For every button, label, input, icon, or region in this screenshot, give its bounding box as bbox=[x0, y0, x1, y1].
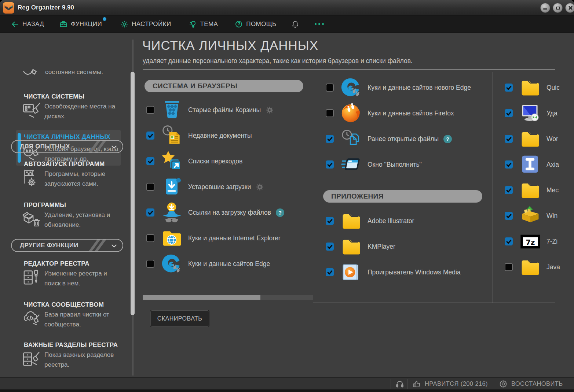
checkbox[interactable] bbox=[146, 106, 154, 114]
scan-button[interactable]: СКАНИРОВАТЬ bbox=[150, 310, 209, 327]
checkbox[interactable] bbox=[146, 132, 154, 140]
item-windows-media-player[interactable]: Проигрыватель Windows Media bbox=[326, 259, 461, 285]
restore-button[interactable]: ВОССТАНОВИТЬ bbox=[499, 378, 563, 390]
checkbox[interactable] bbox=[146, 234, 154, 242]
app-window: Reg Organizer 9.90 НАЗАД ФУНКЦИИ НАСТРОЙ… bbox=[0, 0, 574, 392]
item-settings-gear-icon[interactable] bbox=[266, 106, 274, 114]
item-jump-lists[interactable]: Списки переходов bbox=[146, 148, 284, 174]
ellipsis-icon bbox=[315, 23, 324, 25]
item-kmplayer[interactable]: KMPlayer bbox=[326, 234, 461, 259]
like-label: НРАВИТСЯ (200 216) bbox=[425, 380, 488, 387]
item-old-downloads[interactable]: Устаревшие загрузки bbox=[146, 174, 284, 200]
nav-help-label: ПОМОЩЬ bbox=[246, 21, 276, 28]
checkbox[interactable] bbox=[505, 186, 513, 194]
item-word[interactable]: Wor bbox=[505, 126, 574, 152]
checkbox[interactable] bbox=[326, 243, 334, 251]
maximize-icon bbox=[556, 7, 560, 10]
sidebar-item-autorun[interactable]: АВТОЗАПУСК ПРОГРАММ Программы, которые з… bbox=[24, 160, 127, 189]
help-circle-icon[interactable] bbox=[276, 208, 284, 217]
item-quicktime[interactable]: Quic bbox=[505, 75, 574, 100]
item-remote-desktop[interactable]: Уда bbox=[505, 100, 574, 126]
checkbox[interactable] bbox=[326, 160, 334, 169]
more-menu-button[interactable] bbox=[315, 23, 324, 25]
item-settings-gear-icon[interactable] bbox=[256, 183, 264, 191]
download-links-icon bbox=[160, 201, 184, 224]
item-winrar[interactable]: Win bbox=[505, 203, 574, 229]
status-bar: НРАВИТСЯ (200 216) ВОССТАНОВИТЬ bbox=[0, 377, 574, 390]
nav-theme-button[interactable]: ТЕМА bbox=[189, 20, 218, 28]
checkbox[interactable] bbox=[505, 160, 513, 169]
restore-label: ВОССТАНОВИТЬ bbox=[511, 380, 563, 387]
column-applications: Adobe Illustrator KMPlayer Проигрыватель… bbox=[326, 208, 461, 285]
nav-functions-button[interactable]: ФУНКЦИИ bbox=[59, 20, 102, 28]
item-axialis[interactable]: Axia bbox=[505, 152, 574, 177]
horizontal-scrollbar-track[interactable] bbox=[143, 295, 313, 300]
sidebar-group-other[interactable]: ДРУГИЕ ФУНКЦИИ bbox=[11, 239, 123, 252]
chevron-down-icon bbox=[110, 143, 118, 151]
nav-settings-button[interactable]: НАСТРОЙКИ bbox=[120, 20, 171, 28]
sidebar-scrollbar-thumb[interactable] bbox=[131, 72, 135, 315]
checkbox[interactable] bbox=[505, 237, 513, 245]
item-label: Ссылки на загрузку файлов bbox=[188, 209, 271, 217]
item-firefox-cookies[interactable]: Куки и данные сайтов Firefox bbox=[326, 100, 471, 126]
nav-bar: НАЗАД ФУНКЦИИ НАСТРОЙКИ ТЕМА ПОМОЩЬ bbox=[0, 16, 574, 33]
checkbox[interactable] bbox=[326, 217, 334, 225]
checkbox[interactable] bbox=[505, 263, 513, 271]
close-icon bbox=[568, 5, 573, 10]
folder-icon bbox=[519, 178, 542, 202]
folder-icon bbox=[519, 255, 542, 279]
checkbox[interactable] bbox=[505, 109, 513, 117]
item-java[interactable]: Java bbox=[505, 254, 574, 280]
checkbox[interactable] bbox=[326, 268, 334, 276]
support-button[interactable] bbox=[395, 378, 404, 390]
item-new-edge-cookies[interactable]: Куки и данные сайтов нового Edge bbox=[326, 75, 471, 100]
nav-theme-label: ТЕМА bbox=[200, 21, 218, 28]
section-header-system-browsers: СИСТЕМА И БРАУЗЕРЫ bbox=[145, 80, 303, 92]
checkbox[interactable] bbox=[505, 212, 513, 220]
sidebar-item-system-cleanup[interactable]: ЧИСТКА СИСТЕМЫ Освобождение места на дис… bbox=[24, 93, 127, 121]
item-label: Устаревшие загрузки bbox=[188, 183, 251, 191]
item-download-links[interactable]: Ссылки на загрузку файлов bbox=[146, 200, 284, 225]
checkbox[interactable] bbox=[505, 84, 513, 92]
sidebar-item-registry-keys[interactable]: ВАЖНЫЕ РАЗДЕЛЫ РЕЕСТРА Показ важных разд… bbox=[24, 341, 127, 370]
sidebar-item-partial[interactable]: состояния системы. bbox=[22, 67, 103, 77]
item-previously-opened-files[interactable]: Ранее открытые файлы bbox=[326, 126, 471, 152]
notification-dot bbox=[103, 17, 106, 21]
sidebar-item-programs[interactable]: ПРОГРАММЫ Удаление, установка и обновлен… bbox=[24, 201, 127, 230]
item-recent-documents[interactable]: Недавние документы bbox=[146, 123, 284, 148]
item-edge-cookies[interactable]: Куки и данные сайтов Edge bbox=[146, 251, 284, 277]
help-circle-icon[interactable] bbox=[443, 135, 452, 143]
sidebar-item-registry-editor[interactable]: РЕДАКТОР РЕЕСТРА Изменение реестра и пои… bbox=[24, 260, 127, 288]
nav-help-button[interactable]: ПОМОЩЬ bbox=[235, 20, 276, 28]
item-7zip[interactable]: 7-Zi bbox=[505, 229, 574, 254]
minimize-button[interactable] bbox=[540, 3, 550, 13]
checkbox[interactable] bbox=[146, 157, 154, 165]
lightbulb-icon bbox=[189, 20, 197, 28]
notifications-bell-button[interactable] bbox=[291, 20, 299, 28]
item-run-window[interactable]: Окно "Выполнить" bbox=[326, 152, 471, 177]
item-label: Уда bbox=[546, 110, 557, 117]
sidebar-group-advanced[interactable]: ДЛЯ ОПЫТНЫХ bbox=[11, 140, 123, 153]
checkbox[interactable] bbox=[505, 135, 513, 143]
headphones-icon bbox=[395, 380, 404, 388]
checkbox[interactable] bbox=[326, 135, 334, 143]
gear-icon bbox=[120, 20, 128, 28]
item-adobe-illustrator[interactable]: Adobe Illustrator bbox=[326, 208, 461, 234]
checkbox[interactable] bbox=[146, 208, 154, 217]
close-button[interactable] bbox=[565, 3, 574, 13]
app-title: Reg Organizer 9.90 bbox=[18, 4, 74, 11]
checkbox[interactable] bbox=[326, 84, 334, 92]
sidebar-item-community-cleanup[interactable]: ЧИСТКА СООБЩЕСТВОМ База правил чистки от… bbox=[24, 301, 127, 329]
checkbox[interactable] bbox=[326, 109, 334, 117]
item-label: Старые файлы Корзины bbox=[188, 106, 261, 114]
like-button[interactable]: НРАВИТСЯ (200 216) bbox=[412, 378, 488, 390]
item-media[interactable]: Mec bbox=[505, 177, 574, 203]
item-label: Недавние документы bbox=[188, 132, 252, 140]
item-ie-cookies[interactable]: Куки и данные Internet Explorer bbox=[146, 225, 284, 251]
item-old-recycle-files[interactable]: Старые файлы Корзины bbox=[146, 97, 284, 123]
checkbox[interactable] bbox=[146, 183, 154, 191]
checkbox[interactable] bbox=[146, 260, 154, 268]
nav-back-button[interactable]: НАЗАД bbox=[11, 20, 44, 28]
horizontal-scrollbar-thumb[interactable] bbox=[143, 295, 260, 300]
maximize-button[interactable] bbox=[553, 3, 563, 13]
